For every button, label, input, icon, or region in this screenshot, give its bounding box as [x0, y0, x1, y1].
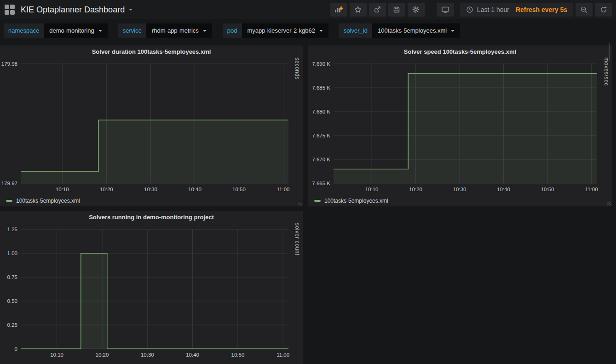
cycle-view-button[interactable] — [437, 3, 454, 17]
panel-solvers-running: Solvers running in demo-monitoring proje… — [0, 211, 303, 364]
legend-item[interactable]: 100tasks-5employees.xml — [308, 196, 612, 205]
time-range-label: Last 1 hour — [477, 6, 509, 13]
variable-value: myapp-kieserver-2-kgb62 — [248, 27, 315, 34]
variable-label: pod — [223, 23, 242, 38]
chevron-down-icon — [129, 9, 132, 11]
solvers-running-chart: 10:1010:2010:3010:4010:5011:0000.250.500… — [0, 223, 303, 362]
x-axis-tick-label: 10:20 — [100, 187, 113, 192]
refresh-interval-label: Refresh every 5s — [516, 6, 567, 13]
legend-item[interactable]: myapp-kieserver-2-kgb62 — [0, 362, 303, 364]
y-axis-tick-label: 179.98 — [1, 61, 17, 67]
variable-namespace: namespace demo-monitoring — [4, 23, 108, 38]
x-axis-tick-label: 10:20 — [409, 187, 422, 192]
legend-item[interactable]: 100tasks-5employees.xml — [0, 196, 303, 205]
clock-icon — [466, 6, 473, 13]
panel-title[interactable]: Solver duration 100tasks-5employees.xml — [0, 46, 303, 57]
legend-series-swatch — [6, 200, 12, 202]
star-icon — [354, 6, 362, 13]
y-axis-tick-label: 0 — [15, 346, 17, 352]
variable-solver-id: solver_id 100tasks-5employees.xml — [339, 23, 460, 38]
settings-button[interactable] — [408, 3, 425, 17]
dashboard-title-dropdown[interactable]: KIE Optaplanner Dashboard — [21, 5, 132, 15]
x-axis-tick-label: 10:30 — [144, 187, 157, 192]
star-button[interactable] — [350, 3, 367, 17]
variable-label: service — [118, 23, 146, 38]
logo-square — [5, 10, 9, 15]
solver-speed-chart: 10:1010:2010:3010:4010:5011:007.665 K7.6… — [308, 57, 612, 196]
share-icon — [374, 6, 381, 13]
x-axis-tick-label: 11:00 — [276, 352, 289, 358]
navbar: KIE Optaplanner Dashboard — [0, 0, 616, 19]
x-axis-tick-label: 10:50 — [232, 187, 246, 192]
x-axis-tick-label: 10:40 — [186, 352, 199, 358]
save-icon — [393, 6, 400, 13]
y-axis-tick-label: 7.690 K — [312, 61, 330, 67]
y-axis-tick-label: 7.685 K — [312, 85, 330, 91]
refresh-icon — [600, 6, 607, 13]
grafana-grid-logo[interactable] — [5, 5, 15, 15]
variable-label: solver_id — [339, 23, 372, 38]
time-range-picker[interactable]: Last 1 hour Refresh every 5s — [460, 3, 573, 17]
panel-solver-duration: Solver duration 100tasks-5employees.xml … — [0, 46, 303, 206]
y-axis-tick-label: 179.97 — [1, 181, 17, 186]
logo-square — [10, 5, 15, 9]
legend-series-swatch — [314, 200, 321, 202]
y-axis-tick-label: 7.665 K — [312, 181, 330, 186]
x-axis-tick-label: 10:20 — [96, 352, 109, 358]
x-axis-tick-label: 10:50 — [231, 352, 245, 358]
y-axis-tick-label: 7.680 K — [312, 109, 330, 114]
panel-title[interactable]: Solver speed 100tasks-5employees.xml — [308, 46, 612, 57]
variable-value-dropdown[interactable]: 100tasks-5employees.xml — [372, 23, 460, 38]
x-axis-tick-label: 10:40 — [497, 187, 510, 192]
zoom-out-button[interactable] — [576, 3, 593, 17]
y-axis-unit-label: solver count — [294, 223, 300, 362]
y-axis-tick-label: 0.25 — [7, 322, 17, 328]
x-axis-tick-label: 10:30 — [141, 352, 154, 358]
variable-value-dropdown[interactable]: myapp-kieserver-2-kgb62 — [242, 23, 328, 38]
y-axis-tick-label: 1.25 — [7, 227, 17, 232]
save-button[interactable] — [388, 3, 405, 17]
dashboard-grid: Solver duration 100tasks-5employees.xml … — [0, 42, 616, 364]
dashboard-title: KIE Optaplanner Dashboard — [21, 5, 125, 15]
variable-value-dropdown[interactable]: demo-monitoring — [44, 23, 108, 38]
x-axis-tick-label: 10:10 — [365, 187, 379, 192]
solver-duration-chart: 10:1010:2010:3010:4010:5011:00179.97179.… — [0, 57, 303, 196]
chevron-down-icon — [451, 30, 455, 32]
legend-series-name: 100tasks-5employees.xml — [16, 198, 80, 204]
chevron-down-icon — [98, 30, 102, 32]
template-variables-bar: namespace demo-monitoring service rhdm-a… — [0, 19, 616, 42]
refresh-button[interactable] — [595, 3, 612, 17]
logo-square — [5, 5, 9, 9]
x-axis-tick-label: 11:00 — [585, 187, 598, 192]
share-button[interactable] — [369, 3, 386, 17]
chevron-down-icon — [319, 30, 323, 32]
x-axis-tick-label: 10:30 — [453, 187, 466, 192]
x-axis-tick-label: 10:50 — [541, 187, 554, 192]
x-axis-tick-label: 11:00 — [277, 187, 290, 192]
y-axis-tick-label: 0.50 — [7, 298, 17, 304]
variable-value: demo-monitoring — [49, 27, 94, 34]
add-panel-button[interactable] — [330, 3, 347, 17]
panel-resize-handle[interactable] — [607, 202, 611, 205]
variable-service: service rhdm-app-metrics — [118, 23, 212, 38]
add-panel-icon — [334, 6, 343, 13]
y-axis-unit-label: seconds — [294, 57, 300, 196]
series-fill-area — [334, 74, 597, 183]
variable-pod: pod myapp-kieserver-2-kgb62 — [223, 23, 328, 38]
scrollbar-thumb[interactable] — [609, 43, 610, 61]
legend-series-name: 100tasks-5employees.xml — [324, 198, 388, 204]
cycle-view-tv-icon — [441, 6, 449, 13]
y-axis-unit-label: moves/sec — [603, 57, 610, 196]
panel-resize-handle[interactable] — [298, 202, 302, 205]
settings-gear-icon — [412, 6, 420, 13]
chevron-down-icon — [203, 30, 207, 32]
x-axis-tick-label: 10:10 — [56, 187, 69, 192]
panel-title[interactable]: Solvers running in demo-monitoring proje… — [0, 211, 303, 223]
logo-square — [10, 10, 15, 15]
y-axis-tick-label: 7.675 K — [312, 133, 330, 138]
x-axis-tick-label: 10:10 — [50, 352, 63, 358]
panel-solver-speed: Solver speed 100tasks-5employees.xml 10:… — [308, 46, 612, 206]
y-axis-tick-label: 0.75 — [7, 274, 17, 280]
variable-value-dropdown[interactable]: rhdm-app-metrics — [146, 23, 212, 38]
variable-value: rhdm-app-metrics — [152, 27, 199, 34]
